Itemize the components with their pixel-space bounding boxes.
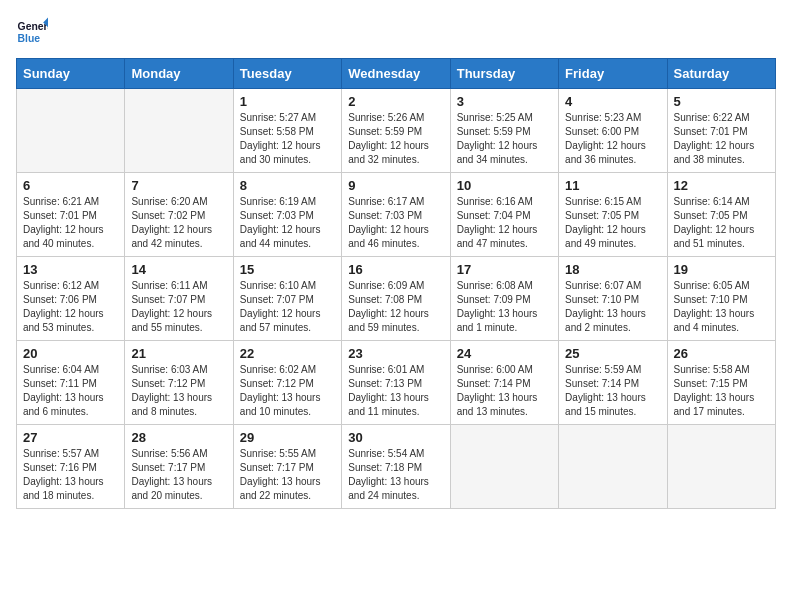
cell-info: Sunrise: 6:05 AM Sunset: 7:10 PM Dayligh… <box>674 279 769 335</box>
calendar-week-row: 13Sunrise: 6:12 AM Sunset: 7:06 PM Dayli… <box>17 257 776 341</box>
calendar-cell: 25Sunrise: 5:59 AM Sunset: 7:14 PM Dayli… <box>559 341 667 425</box>
day-number: 8 <box>240 178 335 193</box>
calendar-cell: 5Sunrise: 6:22 AM Sunset: 7:01 PM Daylig… <box>667 89 775 173</box>
calendar-cell: 21Sunrise: 6:03 AM Sunset: 7:12 PM Dayli… <box>125 341 233 425</box>
calendar-cell: 6Sunrise: 6:21 AM Sunset: 7:01 PM Daylig… <box>17 173 125 257</box>
cell-info: Sunrise: 5:56 AM Sunset: 7:17 PM Dayligh… <box>131 447 226 503</box>
calendar-cell <box>559 425 667 509</box>
calendar-week-row: 1Sunrise: 5:27 AM Sunset: 5:58 PM Daylig… <box>17 89 776 173</box>
cell-info: Sunrise: 5:26 AM Sunset: 5:59 PM Dayligh… <box>348 111 443 167</box>
calendar-cell: 3Sunrise: 5:25 AM Sunset: 5:59 PM Daylig… <box>450 89 558 173</box>
day-number: 16 <box>348 262 443 277</box>
day-number: 30 <box>348 430 443 445</box>
calendar-cell: 23Sunrise: 6:01 AM Sunset: 7:13 PM Dayli… <box>342 341 450 425</box>
cell-info: Sunrise: 6:03 AM Sunset: 7:12 PM Dayligh… <box>131 363 226 419</box>
cell-info: Sunrise: 5:25 AM Sunset: 5:59 PM Dayligh… <box>457 111 552 167</box>
weekday-header: Wednesday <box>342 59 450 89</box>
cell-info: Sunrise: 6:19 AM Sunset: 7:03 PM Dayligh… <box>240 195 335 251</box>
day-number: 10 <box>457 178 552 193</box>
calendar-week-row: 20Sunrise: 6:04 AM Sunset: 7:11 PM Dayli… <box>17 341 776 425</box>
day-number: 25 <box>565 346 660 361</box>
calendar-week-row: 6Sunrise: 6:21 AM Sunset: 7:01 PM Daylig… <box>17 173 776 257</box>
calendar-cell: 20Sunrise: 6:04 AM Sunset: 7:11 PM Dayli… <box>17 341 125 425</box>
day-number: 4 <box>565 94 660 109</box>
cell-info: Sunrise: 6:04 AM Sunset: 7:11 PM Dayligh… <box>23 363 118 419</box>
cell-info: Sunrise: 6:17 AM Sunset: 7:03 PM Dayligh… <box>348 195 443 251</box>
weekday-header: Saturday <box>667 59 775 89</box>
calendar-cell: 1Sunrise: 5:27 AM Sunset: 5:58 PM Daylig… <box>233 89 341 173</box>
day-number: 28 <box>131 430 226 445</box>
cell-info: Sunrise: 5:54 AM Sunset: 7:18 PM Dayligh… <box>348 447 443 503</box>
cell-info: Sunrise: 6:15 AM Sunset: 7:05 PM Dayligh… <box>565 195 660 251</box>
cell-info: Sunrise: 6:20 AM Sunset: 7:02 PM Dayligh… <box>131 195 226 251</box>
day-number: 27 <box>23 430 118 445</box>
weekday-header: Tuesday <box>233 59 341 89</box>
calendar-body: 1Sunrise: 5:27 AM Sunset: 5:58 PM Daylig… <box>17 89 776 509</box>
calendar-header-row: SundayMondayTuesdayWednesdayThursdayFrid… <box>17 59 776 89</box>
day-number: 15 <box>240 262 335 277</box>
logo-icon: General Blue <box>16 16 48 48</box>
calendar-cell: 22Sunrise: 6:02 AM Sunset: 7:12 PM Dayli… <box>233 341 341 425</box>
cell-info: Sunrise: 6:02 AM Sunset: 7:12 PM Dayligh… <box>240 363 335 419</box>
day-number: 11 <box>565 178 660 193</box>
day-number: 6 <box>23 178 118 193</box>
cell-info: Sunrise: 6:16 AM Sunset: 7:04 PM Dayligh… <box>457 195 552 251</box>
cell-info: Sunrise: 6:10 AM Sunset: 7:07 PM Dayligh… <box>240 279 335 335</box>
cell-info: Sunrise: 6:07 AM Sunset: 7:10 PM Dayligh… <box>565 279 660 335</box>
calendar-cell: 15Sunrise: 6:10 AM Sunset: 7:07 PM Dayli… <box>233 257 341 341</box>
calendar-table: SundayMondayTuesdayWednesdayThursdayFrid… <box>16 58 776 509</box>
day-number: 21 <box>131 346 226 361</box>
calendar-cell: 12Sunrise: 6:14 AM Sunset: 7:05 PM Dayli… <box>667 173 775 257</box>
cell-info: Sunrise: 5:59 AM Sunset: 7:14 PM Dayligh… <box>565 363 660 419</box>
calendar-cell: 2Sunrise: 5:26 AM Sunset: 5:59 PM Daylig… <box>342 89 450 173</box>
day-number: 5 <box>674 94 769 109</box>
day-number: 24 <box>457 346 552 361</box>
calendar-cell: 11Sunrise: 6:15 AM Sunset: 7:05 PM Dayli… <box>559 173 667 257</box>
weekday-header: Monday <box>125 59 233 89</box>
day-number: 12 <box>674 178 769 193</box>
cell-info: Sunrise: 6:08 AM Sunset: 7:09 PM Dayligh… <box>457 279 552 335</box>
svg-text:General: General <box>18 21 48 32</box>
calendar-cell: 14Sunrise: 6:11 AM Sunset: 7:07 PM Dayli… <box>125 257 233 341</box>
day-number: 18 <box>565 262 660 277</box>
day-number: 13 <box>23 262 118 277</box>
cell-info: Sunrise: 5:23 AM Sunset: 6:00 PM Dayligh… <box>565 111 660 167</box>
day-number: 20 <box>23 346 118 361</box>
day-number: 17 <box>457 262 552 277</box>
page-header: General Blue <box>16 16 776 48</box>
calendar-cell: 17Sunrise: 6:08 AM Sunset: 7:09 PM Dayli… <box>450 257 558 341</box>
calendar-cell: 7Sunrise: 6:20 AM Sunset: 7:02 PM Daylig… <box>125 173 233 257</box>
cell-info: Sunrise: 5:55 AM Sunset: 7:17 PM Dayligh… <box>240 447 335 503</box>
calendar-cell: 19Sunrise: 6:05 AM Sunset: 7:10 PM Dayli… <box>667 257 775 341</box>
weekday-header: Thursday <box>450 59 558 89</box>
calendar-cell: 10Sunrise: 6:16 AM Sunset: 7:04 PM Dayli… <box>450 173 558 257</box>
calendar-cell: 8Sunrise: 6:19 AM Sunset: 7:03 PM Daylig… <box>233 173 341 257</box>
calendar-cell: 13Sunrise: 6:12 AM Sunset: 7:06 PM Dayli… <box>17 257 125 341</box>
calendar-cell <box>125 89 233 173</box>
cell-info: Sunrise: 5:58 AM Sunset: 7:15 PM Dayligh… <box>674 363 769 419</box>
calendar-cell: 9Sunrise: 6:17 AM Sunset: 7:03 PM Daylig… <box>342 173 450 257</box>
day-number: 23 <box>348 346 443 361</box>
calendar-cell <box>450 425 558 509</box>
day-number: 1 <box>240 94 335 109</box>
day-number: 19 <box>674 262 769 277</box>
day-number: 14 <box>131 262 226 277</box>
weekday-header: Friday <box>559 59 667 89</box>
calendar-cell: 27Sunrise: 5:57 AM Sunset: 7:16 PM Dayli… <box>17 425 125 509</box>
calendar-cell: 24Sunrise: 6:00 AM Sunset: 7:14 PM Dayli… <box>450 341 558 425</box>
cell-info: Sunrise: 6:22 AM Sunset: 7:01 PM Dayligh… <box>674 111 769 167</box>
day-number: 2 <box>348 94 443 109</box>
calendar-week-row: 27Sunrise: 5:57 AM Sunset: 7:16 PM Dayli… <box>17 425 776 509</box>
day-number: 9 <box>348 178 443 193</box>
calendar-cell: 26Sunrise: 5:58 AM Sunset: 7:15 PM Dayli… <box>667 341 775 425</box>
day-number: 29 <box>240 430 335 445</box>
cell-info: Sunrise: 6:00 AM Sunset: 7:14 PM Dayligh… <box>457 363 552 419</box>
calendar-cell <box>17 89 125 173</box>
calendar-cell: 4Sunrise: 5:23 AM Sunset: 6:00 PM Daylig… <box>559 89 667 173</box>
svg-text:Blue: Blue <box>18 33 41 44</box>
day-number: 26 <box>674 346 769 361</box>
cell-info: Sunrise: 6:12 AM Sunset: 7:06 PM Dayligh… <box>23 279 118 335</box>
calendar-cell: 29Sunrise: 5:55 AM Sunset: 7:17 PM Dayli… <box>233 425 341 509</box>
cell-info: Sunrise: 6:09 AM Sunset: 7:08 PM Dayligh… <box>348 279 443 335</box>
cell-info: Sunrise: 5:57 AM Sunset: 7:16 PM Dayligh… <box>23 447 118 503</box>
